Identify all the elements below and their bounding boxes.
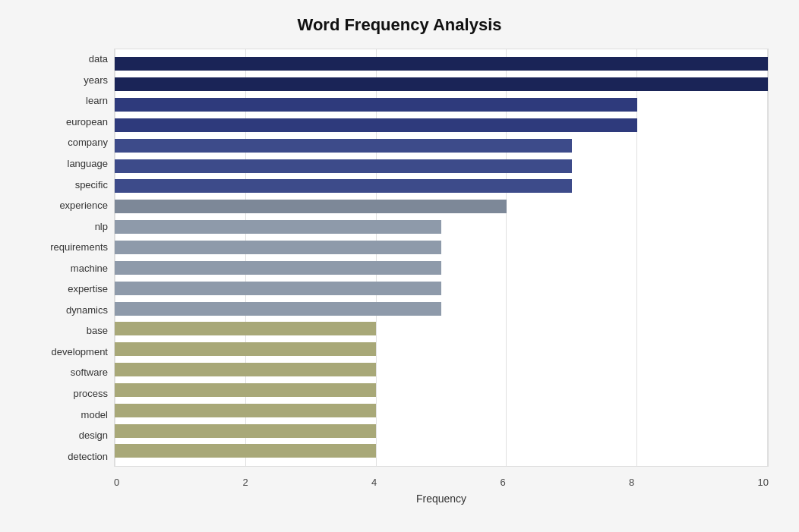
x-ticks: 0246810 <box>114 474 769 488</box>
bar <box>115 77 768 91</box>
bar <box>115 200 507 213</box>
bar <box>115 342 376 356</box>
bar-row <box>115 76 768 93</box>
y-label: data <box>30 51 108 68</box>
y-label: process <box>30 386 108 402</box>
bar-row <box>115 382 768 398</box>
y-label: detection <box>30 448 108 464</box>
bar <box>115 139 572 153</box>
bar-row <box>115 55 768 72</box>
y-label: requirements <box>30 239 108 256</box>
bar <box>115 404 376 417</box>
bar <box>115 98 637 112</box>
bar-row <box>115 260 768 276</box>
chart-area: datayearslearneuropeancompanylanguagespe… <box>30 49 769 467</box>
y-label: specific <box>30 176 108 193</box>
x-tick: 6 <box>501 477 506 488</box>
bar-row <box>115 178 768 194</box>
bar <box>115 159 572 173</box>
bar-row <box>115 361 768 378</box>
y-label: machine <box>30 260 108 276</box>
bar-row <box>115 96 768 113</box>
bar <box>115 179 572 193</box>
y-label: development <box>30 343 108 360</box>
bar <box>115 220 441 234</box>
y-label: learn <box>30 93 108 109</box>
bar <box>115 118 637 132</box>
x-tick: 10 <box>758 477 769 488</box>
y-labels: datayearslearneuropeancompanylanguagespe… <box>30 49 114 467</box>
y-label: expertise <box>30 281 108 297</box>
bar-row <box>115 117 768 134</box>
bar <box>115 241 441 254</box>
bar-row <box>115 219 768 235</box>
y-label: model <box>30 406 108 423</box>
y-label: software <box>30 364 108 381</box>
x-axis-area: 0246810 Frequency <box>114 474 769 505</box>
bar-row <box>115 320 768 337</box>
bar-row <box>115 158 768 175</box>
chart-container: Word Frequency Analysis datayearslearneu… <box>0 0 799 532</box>
x-tick: 4 <box>371 477 377 488</box>
bar <box>115 282 441 295</box>
bar <box>115 302 441 316</box>
bar-row <box>115 280 768 297</box>
bar-row <box>115 341 768 357</box>
bar-row <box>115 239 768 256</box>
y-label: years <box>30 71 108 88</box>
y-label: base <box>30 323 108 339</box>
chart-title: Word Frequency Analysis <box>30 15 769 35</box>
bar <box>115 444 376 458</box>
y-label: design <box>30 427 108 444</box>
y-label: dynamics <box>30 301 108 318</box>
bar-row <box>115 402 768 419</box>
bar <box>115 363 376 376</box>
bar-row <box>115 301 768 317</box>
x-axis-label: Frequency <box>416 493 466 505</box>
y-label: language <box>30 156 108 172</box>
y-label: nlp <box>30 218 108 235</box>
x-tick: 2 <box>243 477 248 488</box>
x-tick: 8 <box>629 477 634 488</box>
bar <box>115 57 768 71</box>
x-tick: 0 <box>114 477 119 488</box>
bar-row <box>115 198 768 215</box>
y-label: european <box>30 113 108 130</box>
bar-row <box>115 442 768 459</box>
bar-row <box>115 423 768 439</box>
bar <box>115 424 376 438</box>
y-label: company <box>30 134 108 151</box>
bar <box>115 383 376 397</box>
bar <box>115 261 441 275</box>
bars-and-grid <box>114 49 769 467</box>
bar <box>115 322 376 335</box>
y-label: experience <box>30 197 108 214</box>
bars-wrapper <box>115 49 768 466</box>
bar-row <box>115 137 768 154</box>
